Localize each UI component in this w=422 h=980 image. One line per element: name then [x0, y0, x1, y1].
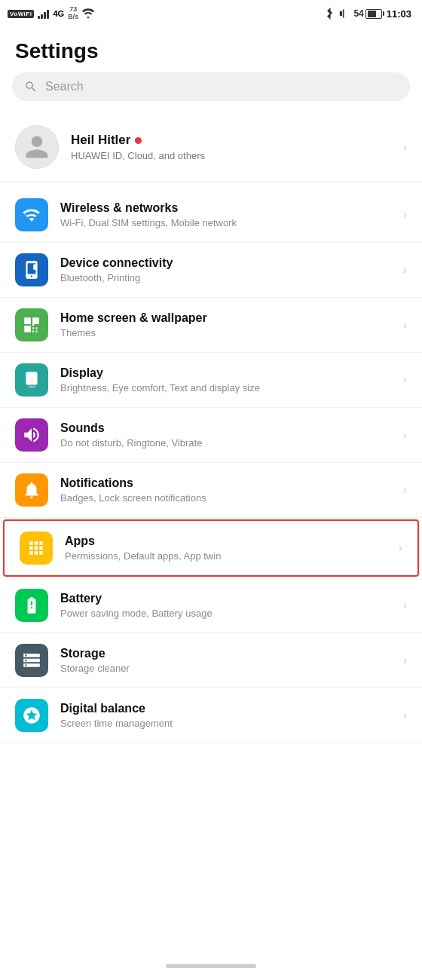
storage-text: Storage Storage cleaner: [60, 647, 397, 674]
display-title: Display: [60, 366, 397, 380]
storage-icon: [22, 651, 41, 670]
settings-item-device-connectivity[interactable]: Device connectivity Bluetooth, Printing …: [0, 243, 422, 298]
notifications-icon: [22, 480, 41, 500]
apps-icon-bg: [20, 531, 53, 565]
settings-item-display[interactable]: Display Brightness, Eye comfort, Text an…: [0, 353, 422, 408]
display-text: Display Brightness, Eye comfort, Text an…: [60, 366, 397, 394]
battery-subtitle: Power saving mode, Battery usage: [60, 608, 397, 619]
vowifi-badge: VoWiFi: [8, 10, 34, 18]
settings-item-battery[interactable]: Battery Power saving mode, Battery usage…: [0, 578, 422, 633]
signal-bar-1: [38, 16, 40, 19]
status-right: 54 11:03: [326, 8, 411, 20]
bottom-navigation-bar: [166, 964, 256, 968]
homescreen-icon-bg: [15, 308, 48, 341]
profile-info: Heil Hitler HUAWEI ID, Cloud, and others: [71, 133, 385, 161]
status-bar: VoWiFi 4G 73 B/s 54: [0, 0, 422, 27]
wifi-status-icon: [82, 8, 94, 19]
search-placeholder-text: Search: [45, 80, 84, 93]
device-connectivity-subtitle: Bluetooth, Printing: [60, 272, 397, 283]
notifications-chevron-icon: ›: [403, 483, 407, 497]
wireless-title: Wireless & networks: [60, 201, 397, 215]
profile-section[interactable]: Heil Hitler HUAWEI ID, Cloud, and others…: [0, 113, 422, 182]
settings-item-homescreen[interactable]: Home screen & wallpaper Themes ›: [0, 298, 422, 353]
homescreen-title: Home screen & wallpaper: [60, 311, 397, 325]
signal-bars: [38, 8, 49, 19]
settings-item-notifications[interactable]: Notifications Badges, Lock screen notifi…: [0, 463, 422, 518]
battery-container: 54: [353, 8, 381, 19]
settings-item-digital-balance[interactable]: Digital balance Screen time management ›: [0, 688, 422, 743]
homescreen-icon: [22, 315, 41, 335]
network-type: 4G: [53, 9, 64, 18]
wireless-chevron-icon: ›: [403, 208, 407, 222]
online-indicator: [135, 137, 142, 144]
display-chevron-icon: ›: [403, 373, 407, 387]
profile-chevron-icon: ›: [403, 140, 407, 154]
apps-text: Apps Permissions, Default apps, App twin: [65, 534, 393, 562]
wireless-subtitle: Wi-Fi, Dual SIM settings, Mobile network: [60, 217, 397, 228]
notifications-subtitle: Badges, Lock screen notifications: [60, 492, 397, 504]
device-connectivity-title: Device connectivity: [60, 256, 397, 270]
speed-unit: B/s: [68, 14, 78, 21]
homescreen-text: Home screen & wallpaper Themes: [60, 311, 397, 338]
bluetooth-icon: [326, 8, 335, 20]
storage-chevron-icon: ›: [403, 654, 407, 667]
battery-percent-text: 54: [353, 8, 363, 19]
settings-item-sounds[interactable]: Sounds Do not disturb, Ringtone, Vibrate…: [0, 408, 422, 463]
device-connectivity-text: Device connectivity Bluetooth, Printing: [60, 256, 397, 283]
display-icon-bg: [15, 363, 48, 397]
speed-display: 73 B/s: [68, 6, 78, 21]
settings-list: Wireless & networks Wi-Fi, Dual SIM sett…: [0, 188, 422, 743]
battery-fill: [368, 11, 376, 17]
digital-icon-bg: [15, 699, 48, 732]
battery-icon-bg: [15, 589, 48, 622]
digital-balance-subtitle: Screen time management: [60, 718, 397, 729]
digital-balance-chevron-icon: ›: [403, 709, 407, 722]
time-display: 11:03: [387, 8, 411, 20]
profile-subtitle: HUAWEI ID, Cloud, and others: [71, 150, 385, 161]
apps-title: Apps: [65, 534, 393, 548]
battery-chevron-icon: ›: [403, 599, 407, 612]
storage-icon-bg: [15, 644, 48, 677]
status-left: VoWiFi 4G 73 B/s: [8, 6, 94, 21]
svg-rect-2: [33, 264, 36, 270]
homescreen-chevron-icon: ›: [403, 318, 407, 332]
signal-bar-3: [44, 12, 46, 19]
apps-chevron-icon: ›: [399, 541, 402, 555]
sounds-title: Sounds: [60, 421, 397, 435]
profile-name: Heil Hitler: [71, 133, 385, 148]
notifications-icon-bg: [15, 473, 48, 507]
device-icon-bg: [15, 253, 48, 286]
signal-bar-2: [41, 14, 43, 19]
sounds-icon-bg: [15, 418, 48, 452]
settings-item-apps[interactable]: Apps Permissions, Default apps, App twin…: [3, 519, 419, 577]
digital-balance-title: Digital balance: [60, 702, 397, 715]
volume-status-icon: [339, 8, 349, 19]
svg-rect-1: [343, 9, 344, 17]
notifications-text: Notifications Badges, Lock screen notifi…: [60, 476, 397, 504]
svg-rect-0: [340, 11, 342, 17]
digital-balance-text: Digital balance Screen time management: [60, 702, 397, 729]
battery-icon: [365, 9, 382, 19]
sounds-chevron-icon: ›: [403, 428, 407, 442]
digital-balance-icon: [22, 706, 41, 725]
settings-item-storage[interactable]: Storage Storage cleaner ›: [0, 633, 422, 688]
display-icon: [22, 370, 41, 390]
device-icon: [22, 260, 41, 280]
wireless-icon-bg: [15, 198, 48, 231]
page-title: Settings: [0, 27, 422, 72]
apps-subtitle: Permissions, Default apps, App twin: [65, 550, 393, 562]
battery-text: Battery Power saving mode, Battery usage: [60, 592, 397, 619]
wireless-text: Wireless & networks Wi-Fi, Dual SIM sett…: [60, 201, 397, 228]
battery-settings-icon: [22, 596, 41, 615]
storage-title: Storage: [60, 647, 397, 660]
sounds-subtitle: Do not disturb, Ringtone, Vibrate: [60, 437, 397, 449]
signal-bar-4: [47, 10, 49, 19]
settings-item-wireless[interactable]: Wireless & networks Wi-Fi, Dual SIM sett…: [0, 188, 422, 243]
search-bar[interactable]: Search: [12, 72, 410, 101]
avatar: [15, 125, 59, 169]
sounds-text: Sounds Do not disturb, Ringtone, Vibrate: [60, 421, 397, 449]
apps-icon: [26, 538, 46, 558]
wireless-icon: [22, 205, 41, 225]
display-subtitle: Brightness, Eye comfort, Text and displa…: [60, 382, 397, 394]
storage-subtitle: Storage cleaner: [60, 663, 397, 674]
